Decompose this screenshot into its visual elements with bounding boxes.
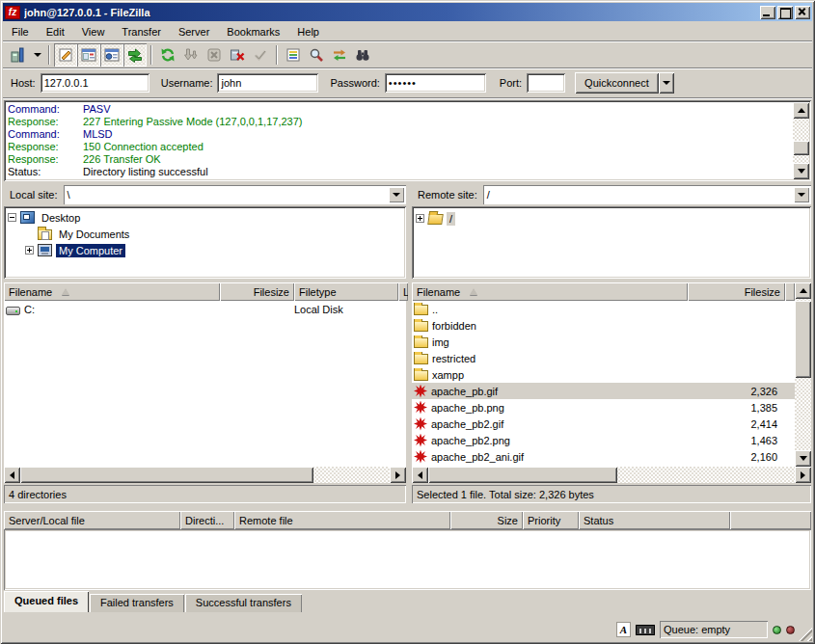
find-files-button[interactable] bbox=[351, 43, 374, 67]
password-input[interactable] bbox=[385, 73, 486, 93]
toggle-remote-tree-button[interactable] bbox=[100, 43, 123, 67]
quickconnect-button[interactable]: Quickconnect bbox=[575, 72, 659, 94]
synchronized-browsing-button[interactable] bbox=[328, 43, 351, 67]
username-input[interactable] bbox=[217, 73, 318, 93]
column-header-filesize[interactable]: Filesize bbox=[688, 282, 785, 301]
menu-item[interactable]: Transfer bbox=[113, 24, 170, 40]
menu-item[interactable]: Help bbox=[288, 24, 328, 40]
menu-item[interactable]: Server bbox=[170, 24, 218, 40]
reconnect-button[interactable] bbox=[249, 43, 272, 67]
file-row[interactable]: apache_pb2_ani.gif 2,160 bbox=[412, 448, 795, 465]
directory-comparison-button[interactable] bbox=[305, 43, 328, 67]
column-header-status[interactable]: Status bbox=[579, 511, 730, 529]
maximize-button[interactable] bbox=[777, 6, 793, 19]
data-type-ascii-icon[interactable]: A bbox=[616, 622, 631, 637]
speed-limits-icon[interactable] bbox=[636, 625, 655, 635]
tree-item-label[interactable]: / bbox=[447, 212, 455, 226]
cancel-operation-button[interactable] bbox=[203, 43, 226, 67]
scroll-left-button[interactable] bbox=[4, 467, 20, 483]
quickconnect-dropdown[interactable] bbox=[659, 72, 674, 94]
file-row[interactable]: apache_pb.png 1,385 bbox=[412, 399, 795, 416]
local-site-combobox[interactable]: \ bbox=[64, 185, 406, 204]
refresh-button[interactable] bbox=[156, 43, 179, 67]
toggle-transfer-queue-button[interactable] bbox=[123, 43, 147, 67]
tree-item-my-documents[interactable]: My Documents bbox=[8, 226, 406, 242]
local-hscrollbar[interactable] bbox=[4, 467, 406, 483]
column-header-priority[interactable]: Priority bbox=[523, 511, 579, 529]
column-header-extra[interactable] bbox=[730, 511, 811, 529]
remote-site-dropdown[interactable] bbox=[794, 187, 809, 202]
tree-item-my-computer[interactable]: My Computer bbox=[8, 242, 406, 258]
toolbar-separator bbox=[48, 45, 50, 65]
column-header-extra[interactable] bbox=[785, 282, 795, 301]
close-button[interactable] bbox=[795, 6, 810, 19]
tree-item-label[interactable]: Desktop bbox=[39, 211, 83, 225]
toggle-local-tree-button[interactable] bbox=[77, 43, 100, 67]
file-row[interactable]: apache_pb.gif 2,326 bbox=[412, 383, 795, 399]
directory-listing-filters-button[interactable] bbox=[282, 43, 305, 67]
remote-site-combobox[interactable]: / bbox=[483, 185, 811, 204]
column-header-filename[interactable]: Filename bbox=[4, 282, 220, 301]
process-queue-button[interactable] bbox=[179, 43, 203, 67]
tree-item-label[interactable]: My Computer bbox=[56, 244, 125, 257]
menu-item[interactable]: Bookmarks bbox=[218, 24, 288, 40]
minimize-button[interactable] bbox=[760, 6, 775, 19]
remote-vscrollbar[interactable] bbox=[795, 282, 811, 467]
file-row[interactable]: img bbox=[412, 334, 795, 350]
tree-item-root[interactable]: / bbox=[416, 210, 811, 227]
expand-icon[interactable] bbox=[25, 246, 34, 255]
column-header-size[interactable]: Size bbox=[450, 511, 523, 529]
tree-item-label[interactable]: My Documents bbox=[56, 228, 132, 241]
file-name: img bbox=[432, 336, 449, 348]
scroll-right-button[interactable] bbox=[795, 467, 811, 483]
scroll-up-button[interactable] bbox=[793, 102, 809, 119]
file-row[interactable]: forbidden bbox=[412, 317, 795, 334]
column-header-direction[interactable]: Directi... bbox=[180, 511, 234, 529]
scroll-down-button[interactable] bbox=[795, 450, 811, 467]
collapse-icon[interactable] bbox=[8, 213, 16, 222]
file-name: apache_pb2_ani.gif bbox=[431, 451, 524, 463]
scroll-left-button[interactable] bbox=[412, 467, 428, 483]
scroll-thumb[interactable] bbox=[428, 467, 617, 483]
disconnect-button[interactable] bbox=[226, 43, 249, 67]
scroll-thumb[interactable] bbox=[795, 301, 811, 378]
toggle-message-log-button[interactable] bbox=[54, 43, 77, 67]
log-scrollbar[interactable] bbox=[793, 102, 809, 179]
site-manager-dropdown[interactable] bbox=[30, 43, 44, 67]
local-site-dropdown[interactable] bbox=[389, 187, 404, 202]
menu-item[interactable]: File bbox=[3, 24, 38, 40]
queue-tab[interactable]: Failed transfers bbox=[90, 594, 184, 612]
column-header-remote-file[interactable]: Remote file bbox=[234, 511, 450, 529]
port-input[interactable] bbox=[527, 73, 565, 93]
menu-item[interactable]: View bbox=[73, 24, 114, 40]
title-bar[interactable]: fz john@127.0.0.1 - FileZilla bbox=[3, 3, 812, 21]
queue-tab[interactable]: Queued files bbox=[4, 591, 89, 612]
column-header-filetype[interactable]: Filetype bbox=[294, 282, 398, 301]
remote-list-header: Filename Filesize bbox=[412, 282, 795, 301]
scroll-up-button[interactable] bbox=[795, 282, 811, 299]
file-row[interactable]: C: Local Disk bbox=[4, 301, 406, 317]
menu-item[interactable]: Edit bbox=[38, 24, 73, 40]
scroll-down-button[interactable] bbox=[793, 163, 809, 179]
log-line: Command: PASV bbox=[8, 103, 791, 116]
file-row[interactable]: apache_pb2.gif 2,414 bbox=[412, 416, 795, 432]
host-input[interactable] bbox=[41, 73, 149, 93]
triangle-up-icon bbox=[798, 108, 805, 113]
scroll-thumb[interactable] bbox=[20, 467, 313, 483]
file-row[interactable]: xampp bbox=[412, 366, 795, 383]
column-header-filename[interactable]: Filename bbox=[412, 282, 688, 301]
column-header-server-local-file[interactable]: Server/Local file bbox=[4, 511, 180, 529]
expand-icon[interactable] bbox=[416, 214, 424, 223]
log-line: Response: 227 Entering Passive Mode (127… bbox=[8, 116, 791, 128]
remote-hscrollbar[interactable] bbox=[412, 467, 811, 483]
file-row[interactable]: apache_pb2.png 1,463 bbox=[412, 432, 795, 448]
site-manager-button[interactable] bbox=[7, 43, 30, 67]
column-header-filesize[interactable]: Filesize bbox=[220, 282, 294, 301]
scroll-right-button[interactable] bbox=[390, 467, 406, 483]
file-row[interactable]: .. bbox=[412, 301, 795, 317]
queue-tab[interactable]: Successful transfers bbox=[185, 594, 302, 612]
column-header-last-modified[interactable]: L bbox=[398, 282, 408, 301]
file-row[interactable]: restricted bbox=[412, 350, 795, 366]
tree-item-desktop[interactable]: Desktop bbox=[8, 209, 406, 226]
scroll-thumb[interactable] bbox=[793, 141, 809, 155]
